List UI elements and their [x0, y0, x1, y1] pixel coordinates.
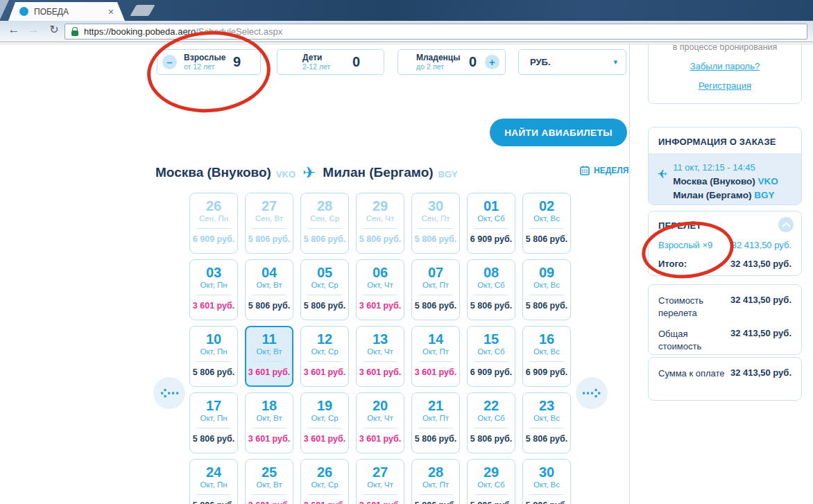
calendar-cell[interactable]: 03Окт, Пн3 601 руб. — [189, 259, 238, 320]
cell-price: 5 806 руб. — [246, 301, 293, 311]
calendar-cell[interactable]: 17Окт, Пн5 806 руб. — [189, 392, 238, 453]
calendar-cell[interactable]: 29Окт, Сб5 806 руб. — [467, 459, 515, 504]
children-label: Дети — [302, 53, 330, 62]
calendar-cell[interactable]: 18Окт, Вт3 601 руб. — [245, 392, 293, 453]
total-cost-value: 32 413,50 руб. — [730, 328, 791, 338]
scroll-left-button[interactable] — [153, 377, 185, 409]
cell-price: 5 806 руб. — [190, 367, 237, 377]
cell-date: 17 — [190, 398, 237, 413]
cell-day-label: Окт, Пн — [190, 480, 237, 489]
https-lock-icon — [71, 31, 78, 36]
cell-price: 5 806 руб. — [190, 434, 237, 444]
calendar-cell[interactable]: 04Окт, Вт5 806 руб. — [245, 259, 293, 320]
calendar-cell[interactable]: 07Окт, Пт5 806 руб. — [411, 259, 460, 320]
cell-divider — [252, 494, 286, 495]
calendar-cell[interactable]: 19Окт, Ср3 601 руб. — [300, 392, 349, 453]
calendar-cell[interactable]: 25Окт, Вт3 601 руб. — [245, 459, 293, 504]
plus-button[interactable]: + — [485, 55, 499, 69]
order-info-card: ИНФОРМАЦИЯ О ЗАКАЗЕ ✈ 11 окт, 12:15 - 14… — [648, 127, 802, 205]
calendar-cell[interactable]: 14Окт, Пт3 601 руб. — [411, 326, 460, 387]
amount-due-label: Сумма к оплате — [658, 367, 728, 380]
calendar-cell[interactable]: 11Окт, Вт3 601 руб. — [245, 326, 293, 387]
cell-date: 13 — [357, 331, 404, 347]
close-tab-icon[interactable]: × — [108, 7, 114, 17]
calendar-cell[interactable]: 26Окт, Ср3 601 руб. — [300, 459, 349, 504]
calendar-cell[interactable]: 12Окт, Ср3 601 руб. — [300, 326, 349, 387]
cell-divider — [307, 228, 342, 229]
cell-date: 02 — [523, 198, 570, 214]
calendar-cell[interactable]: 16Окт, Вс6 909 руб. — [522, 326, 571, 387]
cell-price: 5 806 руб. — [468, 301, 515, 311]
subtotal-label: Итого: — [658, 259, 687, 269]
route-to-code: BGY — [438, 169, 458, 180]
cell-price: 6 909 руб. — [468, 234, 515, 244]
calendar-cell[interactable]: 24Окт, Пн5 806 руб. — [189, 459, 238, 504]
cell-price: 6 909 руб. — [468, 367, 515, 377]
cell-divider — [363, 361, 397, 362]
calendar-cell[interactable]: 23Окт, Вс5 806 руб. — [522, 392, 571, 453]
calendar-cell[interactable]: 09Окт, Вс5 806 руб. — [522, 259, 571, 320]
flight-to-code: BGY — [754, 190, 774, 200]
calendar-cell[interactable]: 13Окт, Чт3 601 руб. — [356, 326, 404, 387]
calendar-cell[interactable]: 27Окт, Чт3 601 руб. — [356, 459, 404, 504]
cell-price: 3 601 руб. — [357, 501, 404, 504]
cell-divider — [529, 494, 564, 495]
cell-date: 23 — [523, 398, 570, 413]
window-corner — [0, 0, 9, 19]
calendar-cell[interactable]: 10Окт, Пн5 806 руб. — [189, 326, 238, 387]
currency-dropdown[interactable]: РУБ. ▾ — [518, 49, 626, 75]
adults-count: 9 — [233, 54, 241, 70]
calendar-cell[interactable]: 06Окт, Чт3 601 руб. — [356, 259, 404, 320]
address-bar[interactable]: https://booking.pobeda.aero/ScheduleSele… — [65, 24, 807, 40]
cell-date: 19 — [301, 398, 348, 413]
forgot-password-link[interactable]: Забыли пароль? — [649, 61, 801, 71]
cell-divider — [418, 494, 453, 495]
cell-day-label: Сен, Чт — [357, 214, 404, 223]
infants-selector[interactable]: Младенцы до 2 лет 0 + — [397, 49, 506, 75]
calendar-cell[interactable]: 08Окт, Сб5 806 руб. — [467, 259, 515, 320]
calendar-cell[interactable]: 15Окт, Сб6 909 руб. — [467, 326, 515, 387]
week-view-link[interactable]: НЕДЕЛЯ — [580, 166, 628, 175]
cell-price: 5 806 руб. — [523, 501, 570, 504]
scroll-right-button[interactable] — [576, 377, 608, 409]
cell-date: 22 — [468, 398, 515, 413]
cell-price: 3 601 руб. — [301, 367, 348, 377]
calendar-cell[interactable]: 22Окт, Сб5 806 руб. — [467, 392, 515, 453]
calendar-cell[interactable]: 05Окт, Ср5 806 руб. — [300, 259, 349, 320]
reload-button[interactable]: ↻ — [46, 23, 62, 36]
cell-divider — [418, 361, 453, 362]
cell-day-label: Окт, Вс — [523, 414, 570, 422]
calendar-cell[interactable]: 30Окт, Вс5 806 руб. — [522, 459, 571, 504]
calendar-cell: 27Сен, Вт5 806 руб. — [245, 193, 293, 254]
route-from-code: VKO — [276, 169, 296, 180]
cell-day-label: Окт, Чт — [357, 347, 404, 356]
cell-divider — [363, 494, 397, 495]
calendar-cell[interactable]: 20Окт, Чт3 601 руб. — [356, 392, 404, 453]
browser-tab[interactable]: ПОБЕДА × — [8, 2, 125, 21]
cell-day-label: Окт, Вс — [523, 214, 570, 223]
children-count: 0 — [352, 54, 360, 70]
minus-button[interactable]: – — [162, 55, 177, 69]
calendar-cell[interactable]: 21Окт, Пт5 806 руб. — [411, 392, 460, 453]
calendar-cell[interactable]: 28Окт, Пт5 806 руб. — [411, 459, 460, 504]
cell-divider — [529, 428, 564, 428]
back-button[interactable]: ← — [6, 23, 22, 37]
route-to: Милан (Бергамо) — [323, 165, 433, 180]
find-tickets-button[interactable]: НАЙТИ АВИАБИЛЕТЫ — [490, 119, 627, 146]
registration-link[interactable]: Регистрация — [649, 80, 801, 91]
cell-divider — [363, 428, 397, 428]
adults-selector[interactable]: – Взрослые от 12 лет 9 — [157, 49, 261, 75]
calendar-cell[interactable]: 01Окт, Сб6 909 руб. — [467, 193, 515, 254]
cell-date: 29 — [357, 198, 404, 214]
cell-date: 09 — [523, 265, 570, 280]
flight-price-card: ПЕРЕЛЁТ Взрослый ×9 32 413,50 руб. Итого… — [648, 211, 802, 276]
calendar-cell[interactable]: 02Окт, Вс5 806 руб. — [522, 193, 571, 254]
cell-divider — [307, 295, 342, 295]
cell-day-label: Окт, Пт — [412, 414, 459, 422]
url-text: https://booking.pobeda.aero/ScheduleSele… — [84, 26, 282, 37]
children-selector[interactable]: Дети 2-12 лет 0 — [277, 49, 384, 75]
flight-time: 11 окт, 12:15 - 14:45 — [673, 161, 778, 175]
infants-label: Младенцы — [416, 53, 460, 62]
cell-price: 5 806 руб. — [412, 234, 459, 244]
collapse-chevron-up-icon[interactable] — [778, 217, 794, 232]
